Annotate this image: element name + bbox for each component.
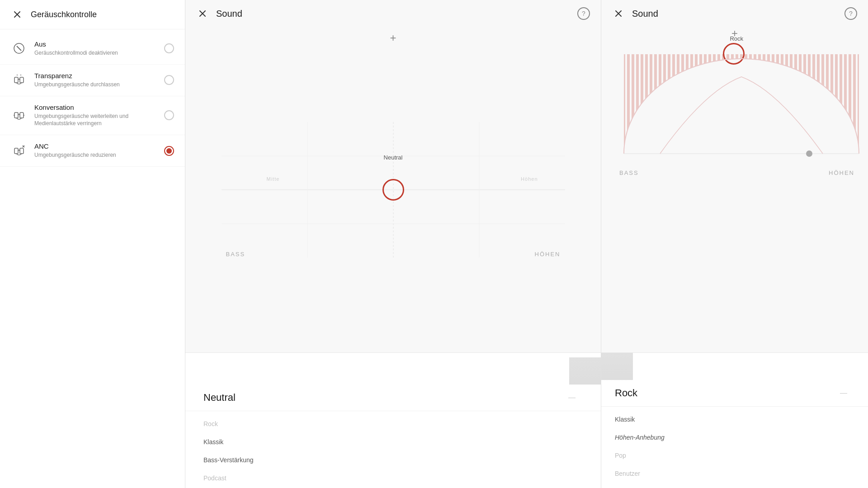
transparenz-text: Transparenz Umgebungsgeräusche durchlass… bbox=[34, 72, 157, 89]
noise-item-anc[interactable]: ANC Umgebungsgeräusche reduzieren bbox=[0, 135, 185, 167]
preset-list: Rock Klassik Bass-Verstärkung Podcast bbox=[185, 411, 601, 488]
konversation-name: Konversation bbox=[34, 103, 157, 111]
eq-canvas: Mitte Höhen Neutral BASS HÖHEN bbox=[222, 122, 565, 258]
svg-rect-8 bbox=[14, 113, 18, 118]
preset-item-rock[interactable]: Rock bbox=[185, 415, 601, 433]
middle-sound-title: Sound bbox=[216, 9, 242, 19]
right-preset-list: Klassik Höhen-Anhebung Pop Benutzer bbox=[601, 407, 868, 486]
svg-point-79 bbox=[806, 150, 812, 157]
right-headphone-left-graphic bbox=[601, 353, 633, 380]
right-preset-item-hohen[interactable]: Höhen-Anhebung bbox=[601, 428, 868, 446]
konversation-radio[interactable] bbox=[164, 110, 174, 120]
left-panel: Geräuschkontrolle Aus Geräuschkontrollmo… bbox=[0, 0, 185, 488]
right-headphone-area bbox=[601, 353, 868, 380]
hohen-label: HÖHEN bbox=[535, 251, 561, 258]
svg-rect-4 bbox=[14, 77, 18, 83]
anc-radio[interactable] bbox=[164, 146, 174, 156]
svg-rect-11 bbox=[20, 148, 24, 154]
svg-rect-10 bbox=[14, 148, 18, 154]
right-bass-label: BASS bbox=[619, 169, 639, 176]
right-preset-item-klassik[interactable]: Klassik bbox=[601, 410, 868, 428]
anc-name: ANC bbox=[34, 142, 157, 150]
aus-name: Aus bbox=[34, 40, 157, 48]
middle-panel: Sound ? + Mitte Höhen Neut bbox=[185, 0, 601, 488]
noise-item-transparenz[interactable]: Transparenz Umgebungsgeräusche durchlass… bbox=[0, 65, 185, 96]
right-preset-section: Rock — Klassik Höhen-Anhebung Pop Benutz… bbox=[601, 352, 868, 488]
transparenz-name: Transparenz bbox=[34, 72, 157, 80]
right-active-preset-label: Rock bbox=[615, 387, 840, 399]
noise-item-konversation[interactable]: Konversation Umgebungsgeräusche weiterle… bbox=[0, 96, 185, 136]
preset-section: Neutral — Rock Klassik Bass-Verstärkung … bbox=[185, 352, 601, 488]
preset-item-bass[interactable]: Bass-Verstärkung bbox=[185, 451, 601, 469]
noise-item-aus[interactable]: Aus Geräuschkontrollmodi deaktivieren bbox=[0, 33, 185, 65]
rock-label: Rock bbox=[730, 35, 743, 42]
anc-text: ANC Umgebungsgeräusche reduzieren bbox=[34, 142, 157, 159]
aus-icon bbox=[11, 40, 27, 56]
right-preset-item-pop[interactable]: Pop bbox=[601, 446, 868, 465]
preset-item-klassik[interactable]: Klassik bbox=[185, 433, 601, 451]
right-hohen-label: HÖHEN bbox=[829, 169, 854, 176]
neutral-dot[interactable] bbox=[382, 179, 404, 201]
right-preset-item-benutzer[interactable]: Benutzer bbox=[601, 465, 868, 483]
anc-icon bbox=[11, 143, 27, 159]
transparenz-icon bbox=[11, 72, 27, 88]
noise-control-list: Aus Geräuschkontrollmodi deaktivieren Tr… bbox=[0, 29, 185, 170]
headphone-area bbox=[185, 357, 601, 385]
preset-active: Neutral — bbox=[185, 385, 601, 411]
neutral-dot-container: Neutral bbox=[382, 179, 404, 201]
headphone-right-graphic bbox=[569, 357, 601, 385]
svg-rect-5 bbox=[20, 77, 24, 83]
svg-rect-9 bbox=[20, 113, 24, 118]
panel-header: Geräuschkontrolle bbox=[0, 0, 185, 29]
middle-help-button[interactable]: ? bbox=[577, 7, 590, 20]
right-eq-area: + Rock bbox=[601, 27, 868, 352]
neutral-label: Neutral bbox=[384, 154, 403, 161]
right-preset-dash: — bbox=[840, 389, 847, 397]
right-preset-active: Rock — bbox=[601, 380, 868, 407]
sound-header-left: Sound bbox=[196, 7, 242, 20]
preset-item-podcast[interactable]: Podcast bbox=[185, 469, 601, 487]
middle-close-button[interactable] bbox=[196, 7, 209, 20]
transparenz-radio[interactable] bbox=[164, 75, 174, 85]
hohen-subtle-label: Höhen bbox=[521, 176, 538, 182]
right-close-button[interactable] bbox=[612, 7, 625, 20]
preset-dash: — bbox=[568, 394, 576, 402]
transparenz-desc: Umgebungsgeräusche durchlassen bbox=[34, 81, 157, 89]
active-preset-label: Neutral bbox=[203, 392, 568, 404]
konversation-text: Konversation Umgebungsgeräusche weiterle… bbox=[34, 103, 157, 128]
anc-desc: Umgebungsgeräusche reduzieren bbox=[34, 151, 157, 159]
right-eq-canvas: Rock bbox=[615, 32, 854, 176]
middle-add-button[interactable]: + bbox=[387, 32, 400, 44]
panel-title: Geräuschkontrolle bbox=[31, 10, 97, 19]
mitte-label: Mitte bbox=[267, 176, 280, 182]
svg-line-3 bbox=[17, 46, 21, 51]
right-sound-header: Sound ? bbox=[601, 0, 868, 27]
sound-header: Sound ? bbox=[185, 0, 601, 27]
aus-text: Aus Geräuschkontrollmodi deaktivieren bbox=[34, 40, 157, 57]
right-sound-title: Sound bbox=[632, 9, 658, 19]
bass-label: BASS bbox=[226, 251, 245, 258]
right-help-button[interactable]: ? bbox=[844, 7, 857, 20]
konversation-icon bbox=[11, 107, 27, 123]
eq-area: + Mitte Höhen Neutral bbox=[185, 27, 601, 352]
right-sound-header-left: Sound bbox=[612, 7, 658, 20]
konversation-desc: Umgebungsgeräusche weiterleiten und Medi… bbox=[34, 113, 157, 128]
right-panel: Sound ? + Rock bbox=[601, 0, 868, 488]
aus-desc: Geräuschkontrollmodi deaktivieren bbox=[34, 49, 157, 57]
aus-radio[interactable] bbox=[164, 43, 174, 53]
close-button[interactable] bbox=[11, 8, 24, 21]
